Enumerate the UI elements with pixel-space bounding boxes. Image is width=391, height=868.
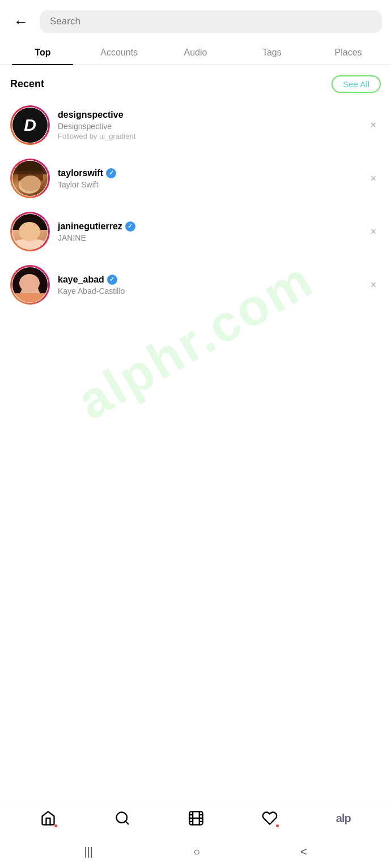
account-list: D designspective Designspective Followed…	[0, 99, 391, 311]
search-input[interactable]	[40, 10, 382, 33]
avatar	[10, 159, 50, 198]
recent-title: Recent	[10, 78, 44, 90]
search-icon	[114, 810, 130, 826]
list-item[interactable]: D designspective Designspective Followed…	[0, 99, 391, 152]
profile-label: alp	[336, 812, 351, 825]
tab-top[interactable]: Top	[5, 40, 81, 65]
verified-icon	[107, 275, 117, 285]
back-button[interactable]: ←	[9, 11, 33, 33]
followed-by: Followed by ui_gradient	[58, 132, 358, 140]
avatar	[10, 212, 50, 251]
nav-heart[interactable]	[262, 810, 278, 826]
account-info: designspective Designspective Followed b…	[58, 110, 358, 140]
avatar: D	[10, 105, 50, 145]
remove-button[interactable]: ×	[366, 117, 381, 134]
tab-tags[interactable]: Tags	[233, 40, 310, 65]
username-label: taylorswift	[58, 168, 358, 178]
tab-accounts[interactable]: Accounts	[81, 40, 158, 65]
display-name: Taylor Swift	[58, 180, 358, 189]
display-name: Kaye Abad-Castillo	[58, 287, 358, 296]
reels-icon	[188, 810, 204, 826]
android-nav-bar: ||| ○ <	[0, 835, 391, 868]
nav-reels[interactable]	[188, 810, 204, 826]
header: ←	[0, 0, 391, 40]
android-back-button[interactable]: <	[300, 845, 307, 858]
username-label: kaye_abad	[58, 275, 358, 285]
avatar	[10, 265, 50, 305]
remove-button[interactable]: ×	[366, 170, 381, 187]
display-name: JANINE	[58, 233, 358, 242]
home-icon	[40, 810, 56, 826]
remove-button[interactable]: ×	[366, 224, 381, 240]
heart-icon	[262, 810, 278, 826]
list-item[interactable]: kaye_abad Kaye Abad-Castillo ×	[0, 258, 391, 311]
tab-places[interactable]: Places	[310, 40, 386, 65]
android-menu-button[interactable]: |||	[84, 845, 93, 858]
tabs-bar: Top Accounts Audio Tags Places	[0, 40, 391, 65]
account-info: kaye_abad Kaye Abad-Castillo	[58, 275, 358, 296]
nav-profile[interactable]: alp	[336, 812, 351, 825]
home-notification-dot	[54, 824, 57, 827]
android-home-button[interactable]: ○	[193, 845, 200, 858]
heart-notification-dot	[276, 824, 279, 827]
display-name: Designspective	[58, 122, 358, 131]
see-all-button[interactable]: See All	[332, 75, 381, 93]
nav-home[interactable]	[40, 810, 56, 826]
username-label: janinegutierrez	[58, 221, 358, 232]
remove-button[interactable]: ×	[366, 277, 381, 293]
list-item[interactable]: janinegutierrez JANINE ×	[0, 205, 391, 258]
tab-audio[interactable]: Audio	[158, 40, 234, 65]
nav-search[interactable]	[114, 810, 130, 826]
username-label: designspective	[58, 110, 358, 120]
list-item[interactable]: taylorswift Taylor Swift ×	[0, 152, 391, 205]
recent-header: Recent See All	[0, 65, 391, 99]
bottom-nav: alp	[0, 802, 391, 834]
verified-icon	[106, 168, 116, 178]
account-info: taylorswift Taylor Swift	[58, 168, 358, 189]
verified-icon	[125, 221, 135, 232]
svg-line-1	[125, 821, 128, 824]
account-info: janinegutierrez JANINE	[58, 221, 358, 242]
